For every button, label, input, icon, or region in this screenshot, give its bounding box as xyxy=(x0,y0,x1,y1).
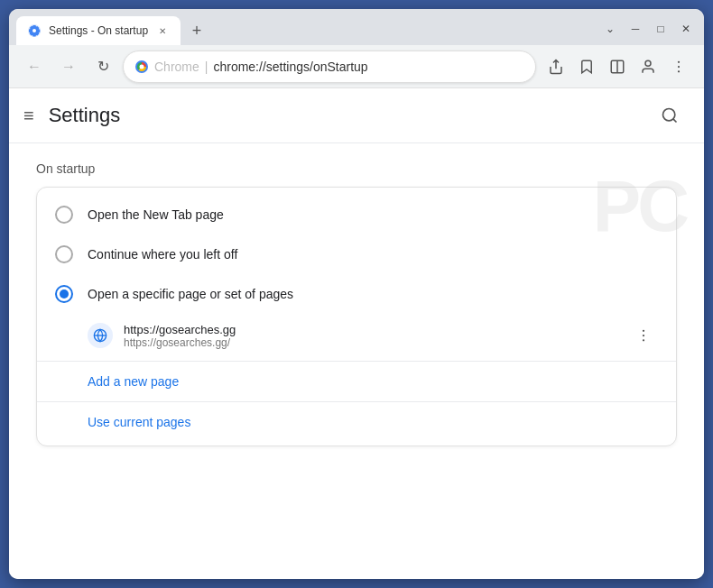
maximize-button[interactable]: □ xyxy=(650,18,671,40)
page-title: Settings xyxy=(49,104,121,127)
svg-point-15 xyxy=(643,335,644,336)
divider xyxy=(37,361,676,362)
url-texts: https://gosearches.gg https://gosearches… xyxy=(124,323,618,349)
back-button[interactable]: ← xyxy=(20,52,49,81)
navigation-bar: ← → ↻ Chrome | chrome://settings/onStart… xyxy=(9,45,704,88)
refresh-button[interactable]: ↻ xyxy=(88,52,117,81)
settings-content: ≡ Settings PC On startup Open the New Ta… xyxy=(9,88,704,579)
settings-header-left: ≡ Settings xyxy=(23,104,120,127)
url-entry: https://gosearches.gg https://gosearches… xyxy=(37,314,676,357)
radio-new-tab[interactable] xyxy=(55,206,73,224)
svg-point-9 xyxy=(678,65,680,67)
settings-search-button[interactable] xyxy=(653,99,686,132)
option-continue[interactable]: Continue where you left off xyxy=(37,234,676,274)
new-tab-button[interactable]: + xyxy=(184,18,209,43)
settings-header: ≡ Settings xyxy=(9,88,704,143)
svg-point-10 xyxy=(678,70,680,72)
radio-continue[interactable] xyxy=(55,245,73,263)
bookmark-button[interactable] xyxy=(572,52,601,81)
browser-window: Settings - On startup ✕ + ⌄ ─ □ ✕ ← → ↻ xyxy=(9,9,704,579)
restore-down-button[interactable]: ⌄ xyxy=(599,18,621,40)
add-new-page-button[interactable]: Add a new page xyxy=(37,365,197,398)
nav-icons-right xyxy=(542,52,693,81)
title-bar: Settings - On startup ✕ + ⌄ ─ □ ✕ xyxy=(9,9,704,45)
address-text[interactable]: chrome://settings/onStartup xyxy=(213,60,524,74)
option-new-tab[interactable]: Open the New Tab page xyxy=(37,195,676,234)
tab-close-button[interactable]: ✕ xyxy=(155,23,170,38)
url-sub-text: https://gosearches.gg/ xyxy=(124,336,618,349)
url-main-text: https://gosearches.gg xyxy=(124,323,618,336)
divider-2 xyxy=(37,401,676,402)
active-tab[interactable]: Settings - On startup ✕ xyxy=(16,16,181,45)
settings-tab-icon xyxy=(27,23,42,38)
option-specific[interactable]: Open a specific page or set of pages xyxy=(37,274,676,314)
svg-point-14 xyxy=(643,330,644,332)
use-current-pages-button[interactable]: Use current pages xyxy=(37,406,208,438)
options-card: Open the New Tab page Continue where you… xyxy=(36,187,677,446)
svg-point-7 xyxy=(645,60,651,66)
on-startup-label: On startup xyxy=(36,161,677,176)
close-button[interactable]: ✕ xyxy=(675,18,697,40)
option-specific-label: Open a specific page or set of pages xyxy=(88,287,293,301)
hamburger-menu-button[interactable]: ≡ xyxy=(23,106,34,126)
svg-point-8 xyxy=(678,60,680,62)
chrome-menu-button[interactable] xyxy=(664,52,693,81)
svg-point-11 xyxy=(663,109,675,121)
address-separator: Chrome xyxy=(154,60,199,74)
window-controls: ⌄ ─ □ ✕ xyxy=(599,18,697,40)
svg-point-4 xyxy=(140,64,144,69)
profile-button[interactable] xyxy=(634,52,662,81)
url-globe-icon xyxy=(88,323,113,348)
svg-point-16 xyxy=(643,339,644,341)
minimize-button[interactable]: ─ xyxy=(625,18,646,40)
main-area: PC On startup Open the New Tab page Cont… xyxy=(9,143,704,464)
address-bar-separator: | xyxy=(205,60,208,74)
tab-strip: Settings - On startup ✕ + xyxy=(16,16,599,45)
split-view-button[interactable] xyxy=(603,52,632,81)
tab-title: Settings - On startup xyxy=(49,24,148,37)
url-more-button[interactable] xyxy=(629,321,658,350)
share-button[interactable] xyxy=(542,52,570,81)
option-new-tab-label: Open the New Tab page xyxy=(88,207,224,222)
option-continue-label: Continue where you left off xyxy=(88,247,237,262)
chrome-icon xyxy=(134,60,149,74)
radio-dot xyxy=(60,289,69,299)
forward-button[interactable]: → xyxy=(54,52,83,81)
radio-specific[interactable] xyxy=(55,285,73,303)
svg-point-1 xyxy=(32,29,36,32)
address-bar[interactable]: Chrome | chrome://settings/onStartup xyxy=(123,51,536,83)
